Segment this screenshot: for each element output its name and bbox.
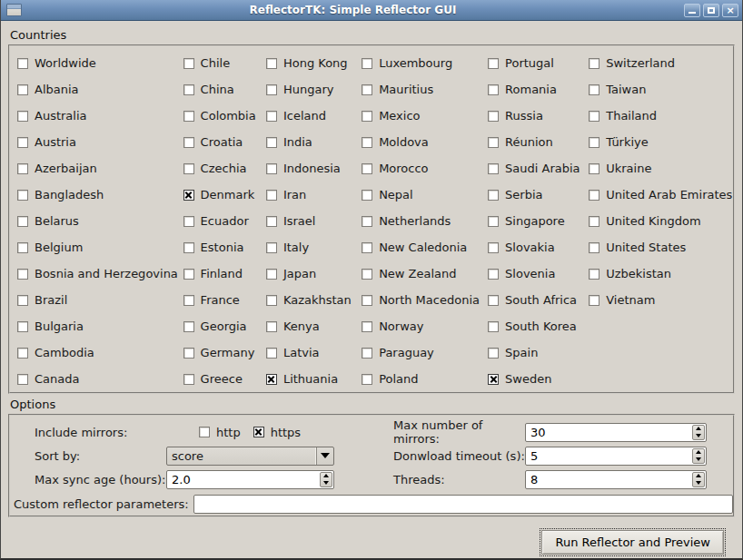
country-checkbox-israel[interactable]: Israel [266,208,362,234]
country-checkbox-switzerland[interactable]: Switzerland [589,50,733,76]
country-checkbox-finland[interactable]: Finland [183,260,266,287]
country-checkbox-albania[interactable]: Albania [17,76,183,103]
country-checkbox-new-caledonia[interactable]: New Caledonia [362,234,488,260]
spin-down-icon[interactable] [321,479,332,486]
country-checkbox-hong-kong[interactable]: Hong Kong [266,50,362,76]
country-checkbox-georgia[interactable]: Georgia [183,313,266,339]
threads-spinbox[interactable] [525,470,707,489]
country-checkbox-norway[interactable]: Norway [362,313,488,339]
country-checkbox-greece[interactable]: Greece [183,366,266,392]
country-checkbox-iran[interactable]: Iran [266,182,362,208]
country-checkbox-mexico[interactable]: Mexico [362,103,488,129]
custom-params-input[interactable] [193,495,733,514]
country-checkbox-taiwan[interactable]: Taiwan [589,76,733,103]
country-checkbox-japan[interactable]: Japan [266,260,362,287]
country-checkbox-sweden[interactable]: Sweden [488,366,589,392]
country-checkbox-estonia[interactable]: Estonia [183,234,266,260]
max-sync-age-spinbox[interactable] [166,470,334,489]
country-checkbox-kazakhstan[interactable]: Kazakhstan [266,287,362,313]
spin-down-icon[interactable] [693,479,704,486]
country-checkbox-nepal[interactable]: Nepal [362,182,488,208]
spin-up-icon[interactable] [693,473,704,480]
country-checkbox-chile[interactable]: Chile [183,50,266,76]
country-checkbox-china[interactable]: China [183,76,266,103]
country-checkbox-russia[interactable]: Russia [488,103,589,129]
country-checkbox-austria[interactable]: Austria [17,129,183,155]
download-timeout-spinbox[interactable] [525,447,707,466]
close-button[interactable]: × [722,4,738,17]
country-checkbox-romania[interactable]: Romania [488,76,589,103]
country-checkbox-germany[interactable]: Germany [183,339,266,366]
https-checkbox[interactable]: https [253,423,301,441]
max-mirrors-input[interactable] [526,424,691,441]
country-checkbox-indonesia[interactable]: Indonesia [266,155,362,182]
country-checkbox-serbia[interactable]: Serbia [488,182,589,208]
threads-input[interactable] [526,471,691,488]
max-mirrors-spinbox[interactable] [525,423,707,442]
combo-arrow-button[interactable] [316,447,333,465]
country-checkbox-cambodia[interactable]: Cambodia [17,339,183,366]
country-checkbox-colombia[interactable]: Colombia [183,103,266,129]
country-checkbox-czechia[interactable]: Czechia [183,155,266,182]
country-checkbox-vietnam[interactable]: Vietnam [589,287,733,313]
country-checkbox-morocco[interactable]: Morocco [362,155,488,182]
country-checkbox-spain[interactable]: Spain [488,339,589,366]
country-checkbox-poland[interactable]: Poland [362,366,488,392]
run-reflector-button[interactable]: Run Reflector and Preview [541,530,724,555]
country-checkbox-belarus[interactable]: Belarus [17,208,183,234]
minimize-button[interactable] [684,4,700,17]
download-timeout-input[interactable] [526,447,691,465]
country-checkbox-uzbekistan[interactable]: Uzbekistan [589,260,733,287]
country-checkbox-kenya[interactable]: Kenya [266,313,362,339]
country-checkbox-slovakia[interactable]: Slovakia [488,234,589,260]
country-checkbox-slovenia[interactable]: Slovenia [488,260,589,287]
country-checkbox-r-union[interactable]: Réunion [488,129,589,155]
country-checkbox-north-macedonia[interactable]: North Macedonia [362,287,488,313]
country-checkbox-saudi-arabia[interactable]: Saudi Arabia [488,155,589,182]
spin-up-icon[interactable] [693,449,704,457]
country-checkbox-bulgaria[interactable]: Bulgaria [17,313,183,339]
country-checkbox-india[interactable]: India [266,129,362,155]
country-checkbox-ecuador[interactable]: Ecuador [183,208,266,234]
http-checkbox[interactable]: http [199,423,241,441]
country-checkbox-worldwide[interactable]: Worldwide [17,50,183,76]
country-checkbox-t-rkiye[interactable]: Türkiye [589,129,733,155]
country-checkbox-australia[interactable]: Australia [17,103,183,129]
country-checkbox-denmark[interactable]: Denmark [183,182,266,208]
country-checkbox-ukraine[interactable]: Ukraine [589,155,733,182]
country-checkbox-south-korea[interactable]: South Korea [488,313,589,339]
max-sync-age-input[interactable] [167,471,319,488]
country-checkbox-united-arab-emirates[interactable]: United Arab Emirates [589,182,733,208]
country-checkbox-lithuania[interactable]: Lithuania [266,366,362,392]
country-checkbox-south-africa[interactable]: South Africa [488,287,589,313]
country-checkbox-united-states[interactable]: United States [589,234,733,260]
country-checkbox-azerbaijan[interactable]: Azerbaijan [17,155,183,182]
country-checkbox-new-zealand[interactable]: New Zealand [362,260,488,287]
country-checkbox-brazil[interactable]: Brazil [17,287,183,313]
titlebar[interactable]: ReflectorTK: Simple Reflector GUI × [1,0,742,21]
country-checkbox-portugal[interactable]: Portugal [488,50,589,76]
spin-up-icon[interactable] [321,473,332,480]
country-checkbox-netherlands[interactable]: Netherlands [362,208,488,234]
country-checkbox-canada[interactable]: Canada [17,366,183,392]
country-checkbox-france[interactable]: France [183,287,266,313]
spin-up-icon[interactable] [693,426,704,433]
country-checkbox-luxembourg[interactable]: Luxembourg [362,50,488,76]
country-checkbox-hungary[interactable]: Hungary [266,76,362,103]
country-checkbox-singapore[interactable]: Singapore [488,208,589,234]
country-checkbox-bangladesh[interactable]: Bangladesh [17,182,183,208]
sort-by-combobox[interactable]: score [166,447,334,466]
country-checkbox-moldova[interactable]: Moldova [362,129,488,155]
country-checkbox-bosnia-and-herzegovina[interactable]: Bosnia and Herzegovina [17,260,183,287]
country-checkbox-belgium[interactable]: Belgium [17,234,183,260]
country-checkbox-iceland[interactable]: Iceland [266,103,362,129]
country-checkbox-croatia[interactable]: Croatia [183,129,266,155]
spin-down-icon[interactable] [693,456,704,463]
country-checkbox-united-kingdom[interactable]: United Kingdom [589,208,733,234]
country-checkbox-mauritius[interactable]: Mauritius [362,76,488,103]
spin-down-icon[interactable] [693,432,704,439]
country-checkbox-paraguay[interactable]: Paraguay [362,339,488,366]
country-checkbox-italy[interactable]: Italy [266,234,362,260]
country-checkbox-latvia[interactable]: Latvia [266,339,362,366]
maximize-button[interactable] [703,4,719,17]
